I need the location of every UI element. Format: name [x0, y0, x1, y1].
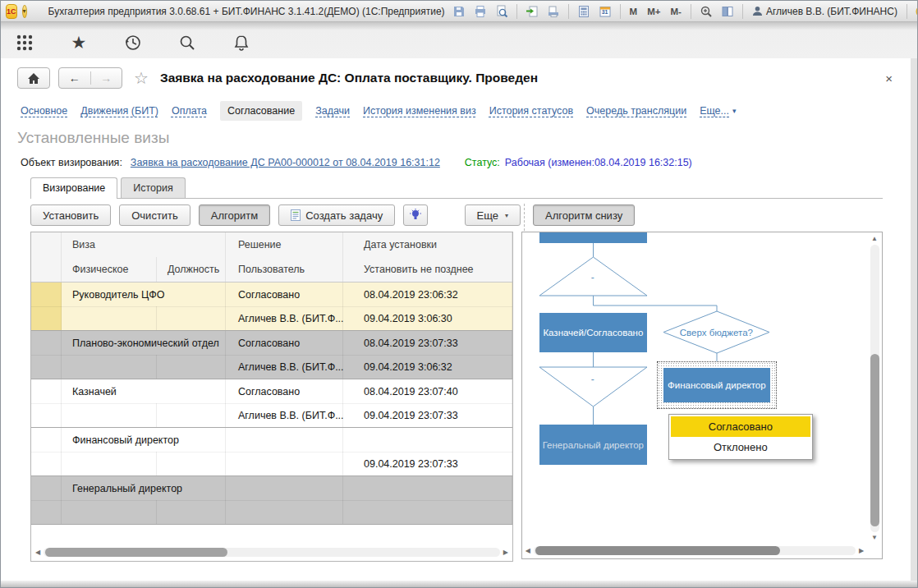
system-menu-button[interactable]: ▾ — [22, 5, 27, 18]
scrollbar-track[interactable] — [534, 546, 856, 555]
page-title: Заявка на расходование ДС: Оплата постав… — [160, 71, 538, 85]
1c-logo: 1С — [6, 4, 17, 19]
col-header-visa[interactable]: Виза — [62, 232, 226, 257]
favorites-button[interactable]: ★ — [68, 32, 90, 53]
nav-link-tasks[interactable]: Задачи — [315, 105, 350, 117]
home-button[interactable] — [17, 67, 50, 89]
table-row[interactable]: Казначей Согласовано 08.04.2019 23:07:40… — [31, 379, 512, 428]
nav-link-movements[interactable]: Движения (БИТ) — [80, 105, 158, 117]
scroll-right-icon[interactable]: ▶ — [502, 549, 510, 556]
zoom-button[interactable] — [697, 3, 715, 20]
tab-history[interactable]: История — [121, 177, 185, 198]
form-close-button[interactable]: × — [885, 71, 899, 85]
hint-button[interactable] — [403, 204, 428, 226]
user-name: Агличев В.В. (БИТ.ФИНАНС) — [766, 6, 897, 17]
scroll-up-icon[interactable]: ▲ — [871, 235, 878, 243]
table-row[interactable]: Генеральный директор — [31, 476, 512, 525]
col-header-decision[interactable]: Решение — [226, 232, 343, 257]
clear-visa-button[interactable]: Очистить — [119, 204, 190, 226]
user-cell: Агличев В.В. (БИТ.Ф... — [226, 403, 343, 427]
scroll-down-icon[interactable]: ▼ — [871, 534, 878, 542]
visa-cell: Руководитель ЦФО — [62, 283, 226, 306]
nav-more-label: Еще... — [700, 105, 729, 117]
calculator-button[interactable] — [575, 3, 593, 20]
user-cell — [226, 500, 343, 524]
star-icon: ★ — [71, 33, 87, 53]
print-preview-button[interactable] — [493, 3, 511, 20]
col-header-position[interactable]: Должность — [157, 257, 226, 282]
algorithm-bottom-button[interactable]: Алгоритм снизу — [533, 204, 635, 226]
more-button[interactable]: Еще ▾ — [465, 204, 521, 226]
scrollbar-track[interactable] — [44, 548, 500, 557]
memory-m-plus-button[interactable]: M+ — [644, 7, 663, 16]
flowchart-horizontal-scrollbar[interactable]: ◀ ▶ — [524, 544, 865, 557]
object-link[interactable]: Заявка на расходование ДС РА00-000012 от… — [131, 157, 440, 168]
menu-item-decline[interactable]: Отклонено — [671, 437, 810, 457]
table-row[interactable]: Руководитель ЦФО Согласовано 08.04.2019 … — [31, 283, 512, 331]
flow-box-top-clipped[interactable] — [539, 232, 647, 243]
user-menu[interactable]: Агличев В.В. (БИТ.ФИНАНС) — [749, 6, 901, 17]
flow-box-gen-director[interactable]: Генеральный директор — [539, 425, 647, 465]
scrollbar-track[interactable] — [870, 245, 879, 532]
scroll-right-icon[interactable]: ▶ — [857, 547, 865, 554]
form-area: ← → ☆ Заявка на расходование ДС: Оплата … — [1, 58, 911, 581]
memory-m-minus-button[interactable]: M- — [667, 7, 684, 16]
visa-cell: Финансовый директор — [62, 428, 226, 452]
set-visa-button[interactable]: Установить — [30, 204, 111, 226]
create-task-button[interactable]: Создать задачу — [278, 204, 395, 226]
favorite-star-icon[interactable]: ☆ — [134, 68, 149, 88]
tab-visa[interactable]: Визирование — [30, 177, 117, 199]
col-header-deadline[interactable]: Установить не позднее — [343, 257, 512, 282]
calendar-button[interactable]: 31 — [596, 3, 614, 20]
titlebar: 1С ▾ Бухгалтерия предприятия 3.0.68.61 +… — [1, 1, 917, 22]
memory-m-button[interactable]: M — [627, 7, 641, 16]
scrollbar-thumb[interactable] — [45, 548, 227, 557]
print-button[interactable] — [471, 3, 489, 20]
nav-link-main[interactable]: Основное — [21, 105, 67, 117]
date-set-cell: 08.04.2019 23:07:40 — [343, 379, 512, 403]
flow-box-fin-director[interactable]: Финансовый директор — [663, 368, 770, 402]
info-button[interactable] — [913, 3, 918, 20]
scroll-left-icon[interactable]: ◀ — [524, 547, 532, 554]
deadline-cell: 09.04.2019 3:06:32 — [343, 355, 512, 379]
flow-box-treasurer[interactable]: Казначей/Согласовано — [539, 313, 647, 352]
table-horizontal-scrollbar[interactable]: ◀ ▶ — [34, 546, 510, 558]
grid-menu-icon — [16, 34, 34, 52]
import-file-button[interactable] — [523, 3, 541, 20]
notifications-button[interactable] — [231, 32, 252, 53]
row-marker — [31, 355, 62, 379]
scrollbar-thumb[interactable] — [535, 546, 780, 555]
deadline-cell: 09.04.2019 23:07:33 — [343, 403, 512, 427]
history-button[interactable] — [122, 32, 144, 53]
nav-link-broadcast-queue[interactable]: Очередь трансляции — [586, 105, 686, 117]
col-header-person[interactable]: Физическое — [62, 257, 157, 282]
split-view-button[interactable] — [718, 3, 737, 20]
nav-link-visa-history[interactable]: История изменения виз — [363, 105, 476, 117]
nav-link-approval[interactable]: Согласование — [220, 101, 302, 121]
algorithm-button[interactable]: Алгоритм — [199, 204, 270, 226]
menu-item-approve[interactable]: Согласовано — [671, 416, 810, 437]
position-cell — [157, 403, 226, 427]
search-button[interactable] — [177, 32, 198, 53]
col-header-date-set[interactable]: Дата установки — [343, 232, 512, 257]
apps-menu-button[interactable] — [14, 32, 35, 53]
flow-diamond-over-budget[interactable]: Сверх бюджета? — [663, 311, 769, 353]
forward-button[interactable]: → — [91, 71, 122, 85]
row-marker — [31, 500, 62, 524]
save-button[interactable] — [450, 3, 468, 20]
col-header-user[interactable]: Пользователь — [226, 257, 343, 282]
table-row[interactable]: Финансовый директор 09.04.2019 23:07:33 — [31, 428, 512, 476]
row-marker — [31, 306, 62, 330]
nav-link-payment[interactable]: Оплата — [172, 105, 207, 117]
home-icon — [27, 72, 40, 85]
scrollbar-thumb[interactable] — [870, 354, 879, 526]
nav-more-button[interactable]: Еще... ▾ — [700, 105, 736, 117]
scroll-left-icon[interactable]: ◀ — [34, 549, 42, 556]
flowchart-vertical-scrollbar[interactable]: ▲ ▼ — [869, 235, 880, 542]
decision-cell: Согласовано — [226, 379, 343, 403]
file-print-settings-button[interactable] — [544, 3, 562, 20]
visa-cell: Генеральный директор — [62, 476, 226, 500]
nav-link-status-history[interactable]: История статусов — [489, 105, 573, 117]
table-row[interactable]: Планово-экономический отдел Согласовано … — [31, 331, 512, 379]
back-button[interactable]: ← — [59, 71, 91, 85]
